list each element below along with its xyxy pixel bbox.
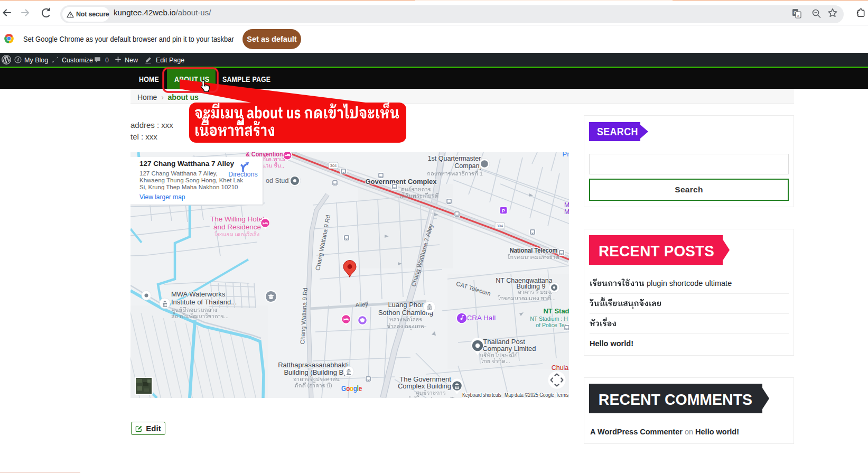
- svg-text:Building 9: Building 9: [517, 283, 546, 290]
- svg-text:Company: Company: [454, 162, 483, 170]
- svg-text:RECENT POSTS: RECENT POSTS: [599, 242, 714, 259]
- svg-text:National Telecom: National Telecom: [510, 246, 558, 254]
- svg-text:Keyboard shortcuts: Keyboard shortcuts: [462, 392, 501, 398]
- svg-text:304: 304: [497, 224, 503, 228]
- svg-text:Si, Krung Thep Maha Nakhon 102: Si, Krung Thep Maha Nakhon 10210: [139, 184, 238, 190]
- svg-text:x: x: [797, 13, 799, 18]
- svg-text:Directions: Directions: [228, 171, 258, 178]
- svg-text:M: M: [564, 208, 569, 216]
- svg-text:M: M: [564, 201, 569, 209]
- svg-text:Luang Phor: Luang Phor: [388, 301, 424, 309]
- svg-text:e: e: [359, 384, 362, 393]
- svg-text:Alley: Alley: [355, 301, 368, 308]
- svg-text:Institute of Thailand...: Institute of Thailand...: [171, 298, 237, 306]
- svg-text:Company Limited: Company Limited: [482, 345, 536, 353]
- svg-text:The Willing Hotel: The Willing Hotel: [210, 215, 264, 223]
- svg-text:of Police Ter: of Police Ter: [536, 322, 566, 328]
- svg-text:127 Chang Watthana 7 Alley,: 127 Chang Watthana 7 Alley,: [139, 170, 218, 177]
- svg-text:Khwaeng Thung Song Hong, Khet: Khwaeng Thung Song Hong, Khet Lak: [139, 177, 243, 183]
- svg-text:Map data ©2025 Google: Map data ©2025 Google: [505, 392, 554, 398]
- svg-text:Chula: Chula: [552, 364, 569, 372]
- svg-text:Terms: Terms: [556, 392, 568, 398]
- svg-text:and Residence: and Residence: [213, 223, 261, 231]
- svg-text:NT Stadium : H: NT Stadium : H: [530, 316, 568, 322]
- svg-text:Government Complex: Government Complex: [365, 178, 437, 186]
- svg-text:RECENT COMMENTS: RECENT COMMENTS: [599, 391, 752, 408]
- svg-text:G: G: [341, 384, 346, 393]
- svg-text:Hello world!: Hello world!: [590, 339, 633, 348]
- svg-text:NT Stad: NT Stad: [543, 307, 569, 315]
- svg-text:plugin shortcode ultimate: plugin shortcode ultimate: [647, 279, 732, 287]
- svg-text:CRA Hall: CRA Hall: [467, 314, 496, 322]
- svg-text:MWA Waterworks: MWA Waterworks: [171, 290, 226, 298]
- svg-text:127 Chang Watthana 7 Alley: 127 Chang Watthana 7 Alley: [139, 160, 235, 168]
- svg-text:1st Quartermaster: 1st Quartermaster: [428, 155, 481, 162]
- svg-text:Complex Building C: Complex Building C: [398, 382, 458, 390]
- svg-text:P: P: [502, 208, 505, 214]
- svg-text:SEARCH: SEARCH: [597, 126, 638, 138]
- svg-text:304: 304: [330, 163, 337, 168]
- svg-text:Pr: Pr: [563, 152, 570, 158]
- svg-text:View larger map: View larger map: [139, 193, 185, 201]
- svg-text:Building (Building B): Building (Building B): [284, 368, 346, 376]
- svg-text:Ratthaprasasanabhakti: Ratthaprasasanabhakti: [278, 361, 349, 369]
